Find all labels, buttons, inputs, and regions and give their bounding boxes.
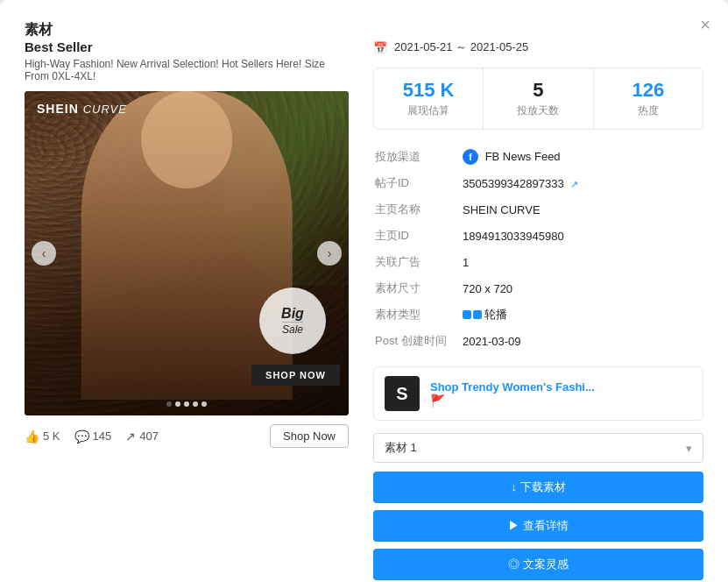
stat-heat-label: 热度: [603, 103, 694, 118]
info-label-postdate: Post 创建时间: [373, 328, 461, 354]
material-dropdown[interactable]: 素材 1 ▾: [373, 433, 703, 463]
stat-impressions: 515 K 展现估算: [374, 68, 484, 129]
dot-3: [184, 401, 189, 407]
stat-days: 5 投放天数: [484, 68, 593, 129]
badge-big: Big: [281, 306, 304, 322]
ad-logo: S: [385, 376, 420, 411]
info-row-pagename: 主页名称 SHEIN CURVE: [373, 196, 703, 223]
info-row-related: 关联广告 1: [373, 249, 703, 275]
close-button[interactable]: ×: [700, 16, 710, 33]
info-value-type: 轮播: [461, 302, 703, 328]
stat-days-value: 5: [492, 79, 583, 102]
modal: 素材 × Best Seller High-Way Fashion! New A…: [0, 0, 728, 582]
ad-name: Shop Trendy Women's Fashi...: [430, 380, 692, 394]
fb-icon: f: [463, 149, 478, 165]
detail-button[interactable]: ▶ 查看详情: [373, 510, 703, 542]
info-label-related: 关联广告: [373, 249, 461, 275]
dot-5: [201, 401, 207, 407]
info-value-pagename: SHEIN CURVE: [461, 196, 703, 223]
dot-1: [166, 401, 172, 407]
info-row-pageid: 主页ID 1894913033945980: [373, 223, 703, 249]
ad-flag: 🚩: [430, 394, 692, 408]
info-value-postid: 3505399342897333 ↗: [461, 170, 703, 196]
info-label-channel: 投放渠道: [373, 144, 461, 170]
date-range: 2021-05-21 ～ 2021-05-25: [394, 39, 528, 55]
sale-badge: Big Sale: [259, 287, 326, 354]
info-row-channel: 投放渠道 f FB News Feed: [373, 144, 703, 170]
ad-image-container: SHEIN CURVE ‹ › Big Sale SHOP NOW: [25, 91, 349, 415]
external-link-icon[interactable]: ↗: [570, 179, 578, 189]
modal-title: 素材: [25, 22, 53, 37]
info-row-size: 素材尺寸 720 x 720: [373, 275, 703, 302]
date-range-row: 📅 2021-05-21 ～ 2021-05-25: [373, 39, 703, 55]
comment-icon: 💬: [74, 429, 89, 444]
likes-count: 👍 5 K: [25, 429, 60, 444]
info-label-size: 素材尺寸: [373, 275, 461, 302]
stat-heat: 126 热度: [594, 68, 703, 129]
shares-count: ↗ 407: [125, 429, 159, 444]
info-value-size: 720 x 720: [461, 275, 703, 302]
ad-card: S Shop Trendy Women's Fashi... 🚩: [373, 366, 703, 421]
next-arrow[interactable]: ›: [317, 241, 342, 266]
ad-subtitle: High-Way Fashion! New Arrival Selection!…: [25, 58, 349, 82]
info-value-related: 1: [461, 249, 703, 275]
prev-arrow[interactable]: ‹: [32, 241, 56, 266]
share-icon: ↗: [125, 429, 136, 444]
dot-2: [175, 401, 180, 407]
social-bar: 👍 5 K 💬 145 ↗ 407 Shop Now: [25, 424, 349, 448]
comments-count: 💬 145: [74, 429, 112, 444]
badge-sale: Sale: [282, 322, 303, 336]
info-row-postdate: Post 创建时间 2021-03-09: [373, 328, 703, 354]
info-label-pageid: 主页ID: [373, 223, 461, 249]
shop-now-overlay: SHOP NOW: [251, 365, 340, 386]
ad-info: Shop Trendy Women's Fashi... 🚩: [430, 380, 692, 408]
info-row-type: 素材类型 轮播: [373, 302, 703, 328]
info-value-channel: f FB News Feed: [461, 144, 703, 170]
brand-logo: SHEIN CURVE: [37, 102, 127, 116]
info-label-postid: 帖子ID: [373, 170, 461, 196]
stat-impressions-label: 展现估算: [383, 103, 474, 118]
like-icon: 👍: [25, 429, 39, 444]
calendar-icon: 📅: [373, 41, 387, 54]
download-button[interactable]: ↓ 下载素材: [373, 472, 703, 503]
ad-title: Best Seller: [25, 39, 349, 54]
info-label-pagename: 主页名称: [373, 196, 461, 223]
content-row: Best Seller High-Way Fashion! New Arriva…: [25, 39, 703, 582]
copy-inspiration-button[interactable]: ◎ 文案灵感: [373, 549, 703, 580]
info-value-pageid: 1894913033945980: [461, 223, 703, 249]
stat-impressions-value: 515 K: [383, 79, 474, 102]
stat-days-label: 投放天数: [492, 103, 583, 118]
chevron-down-icon: ▾: [686, 442, 692, 455]
stat-heat-value: 126: [603, 79, 694, 102]
dot-4: [193, 401, 198, 407]
dropdown-label: 素材 1: [385, 440, 417, 456]
info-table: 投放渠道 f FB News Feed 帖子ID 350539934289733…: [373, 144, 703, 354]
image-dots: [166, 401, 207, 407]
dropdown-row: 素材 1 ▾: [373, 433, 703, 463]
info-row-postid: 帖子ID 3505399342897333 ↗: [373, 170, 703, 196]
stats-row: 515 K 展现估算 5 投放天数 126 热度: [373, 67, 703, 130]
right-panel: 📅 2021-05-21 ～ 2021-05-25 515 K 展现估算 5 投…: [373, 39, 703, 582]
info-value-postdate: 2021-03-09: [461, 328, 703, 354]
info-label-type: 素材类型: [373, 302, 461, 328]
left-panel: Best Seller High-Way Fashion! New Arriva…: [25, 39, 349, 582]
shop-now-button[interactable]: Shop Now: [270, 424, 349, 448]
carousel-icon: [463, 310, 482, 319]
